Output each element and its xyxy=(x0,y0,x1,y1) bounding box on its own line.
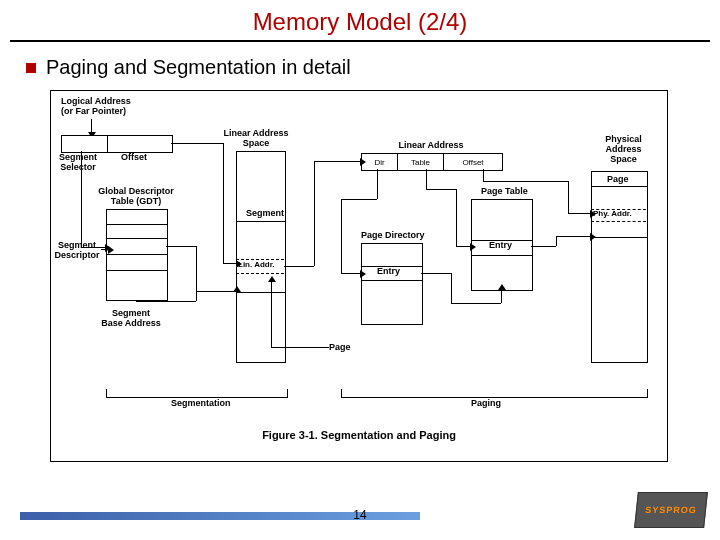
label-logical-address: Logical Address(or Far Pointer) xyxy=(61,97,131,117)
cell-dir: Dir xyxy=(362,154,398,170)
bullet-row: Paging and Segmentation in detail xyxy=(0,42,720,87)
label-gdt: Global DescriptorTable (GDT) xyxy=(91,187,181,207)
bracket-segmentation xyxy=(106,389,288,398)
cell-table: Table xyxy=(398,154,444,170)
label-page-directory: Page Directory xyxy=(361,231,425,241)
gdt-table xyxy=(106,209,168,301)
label-segmentation: Segmentation xyxy=(171,399,231,409)
label-page-right: Page xyxy=(607,175,629,185)
label-linear-address: Linear Address xyxy=(386,141,476,151)
slide-title: Memory Model (2/4) xyxy=(0,0,720,40)
page-dir-box xyxy=(361,243,423,325)
label-page-left: Page xyxy=(329,343,351,353)
label-page-table: Page Table xyxy=(481,187,528,197)
bracket-paging xyxy=(341,389,648,398)
arrow-down-icon xyxy=(91,119,92,133)
diagram-canvas: Logical Address(or Far Pointer) SegmentS… xyxy=(50,90,668,462)
logo-badge: SYSPROG xyxy=(634,492,708,528)
label-offset: Offset xyxy=(121,153,147,163)
label-phys-space: PhysicalAddressSpace xyxy=(596,135,651,165)
far-pointer-box xyxy=(61,135,173,153)
segment-band xyxy=(236,221,286,293)
bullet-text: Paging and Segmentation in detail xyxy=(46,56,351,79)
label-linear-space: Linear AddressSpace xyxy=(216,129,296,149)
label-segment: Segment xyxy=(246,209,284,219)
label-entry-pt: Entry xyxy=(489,241,512,251)
label-paging: Paging xyxy=(471,399,501,409)
label-entry-pd: Entry xyxy=(377,267,400,277)
cell-segsel xyxy=(62,136,108,152)
bullet-icon xyxy=(26,63,36,73)
cell-offset xyxy=(108,136,172,152)
label-segment-selector: SegmentSelector xyxy=(53,153,103,173)
page-number: 14 xyxy=(0,508,720,522)
figure-caption: Figure 3-1. Segmentation and Paging xyxy=(51,429,667,441)
linear-address-box: Dir Table Offset xyxy=(361,153,503,171)
label-seg-descriptor: SegmentDescriptor xyxy=(51,241,103,261)
label-phy-addr: Phy. Addr. xyxy=(593,210,632,219)
cell-offset2: Offset xyxy=(444,154,502,170)
label-seg-base: SegmentBase Address xyxy=(96,309,166,329)
label-lin-addr: Lin. Addr. xyxy=(238,261,275,270)
